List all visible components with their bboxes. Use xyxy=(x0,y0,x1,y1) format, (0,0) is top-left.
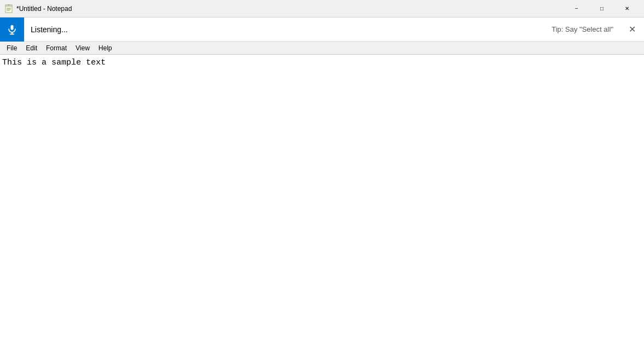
menu-file[interactable]: File xyxy=(2,42,21,54)
notepad-icon xyxy=(4,4,13,13)
menu-format[interactable]: Format xyxy=(42,42,71,54)
svg-rect-6 xyxy=(11,25,14,30)
microphone-icon xyxy=(7,24,18,35)
window-title: *Untitled - Notepad xyxy=(16,5,561,13)
dictation-tip: Tip: Say "Select all" xyxy=(551,25,620,33)
svg-rect-5 xyxy=(8,4,10,5)
minimize-button[interactable]: − xyxy=(564,0,589,18)
dictation-bar: Listening... Tip: Say "Select all" ✕ xyxy=(0,18,644,42)
close-button[interactable]: ✕ xyxy=(614,0,640,18)
editor-content[interactable]: This is a sample text xyxy=(2,57,642,68)
dictation-close-button[interactable]: ✕ xyxy=(620,18,644,42)
editor-area[interactable]: This is a sample text xyxy=(0,55,644,355)
menu-bar: File Edit Format View Help xyxy=(0,42,644,55)
menu-view[interactable]: View xyxy=(71,42,94,54)
maximize-button[interactable]: □ xyxy=(589,0,614,18)
dictation-status: Listening... xyxy=(24,25,551,34)
title-bar: *Untitled - Notepad − □ ✕ xyxy=(0,0,644,18)
menu-edit[interactable]: Edit xyxy=(21,42,42,54)
menu-help[interactable]: Help xyxy=(94,42,117,54)
window-controls: − □ ✕ xyxy=(564,0,640,18)
microphone-button[interactable] xyxy=(0,18,24,42)
